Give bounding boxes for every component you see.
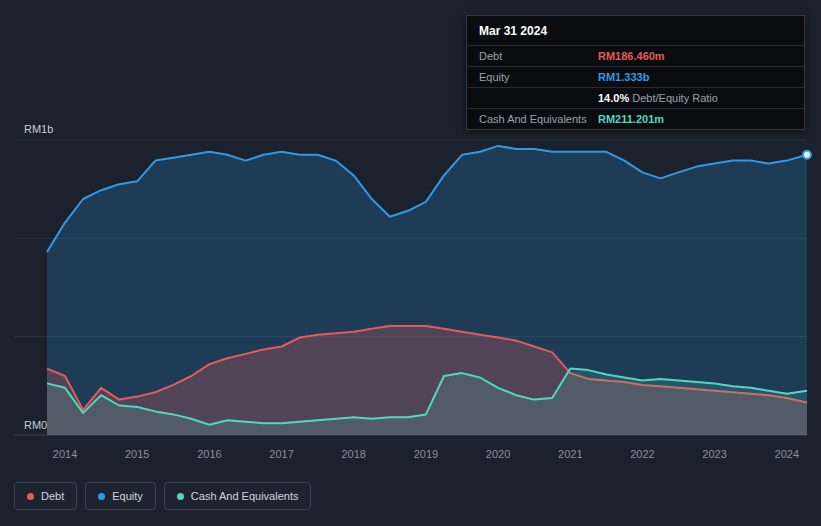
tooltip-cash-value: RM211.201m [598,113,792,125]
equity-dot-icon [98,493,105,500]
legend-item-equity[interactable]: Equity [85,482,156,510]
x-tick-label: 2015 [125,449,149,460]
tooltip-row-cash: Cash And Equivalents RM211.201m [467,108,804,129]
x-tick-label: 2021 [558,449,582,460]
tooltip-ratio-percent: 14.0% [598,92,629,104]
x-tick-label: 2019 [414,449,438,460]
legend-cash-label: Cash And Equivalents [191,490,299,502]
tooltip-debt-value: RM186.460m [598,50,792,62]
x-tick-label: 2020 [486,449,510,460]
y-axis-label-min: RM0 [24,420,47,431]
series-end-marker [803,151,811,159]
hover-tooltip: Mar 31 2024 Debt RM186.460m Equity RM1.3… [466,15,805,130]
legend-equity-label: Equity [112,490,143,502]
cash-dot-icon [177,493,184,500]
legend-item-cash[interactable]: Cash And Equivalents [164,482,312,510]
debt-equity-history-chart: RM1b RM0 2014201520162017201820192020202… [0,0,821,526]
tooltip-ratio-label: Debt/Equity Ratio [632,92,718,104]
debt-dot-icon [27,493,34,500]
x-tick-label: 2016 [197,449,221,460]
x-tick-label: 2022 [630,449,654,460]
x-tick-label: 2023 [702,449,726,460]
x-tick-label: 2017 [269,449,293,460]
tooltip-equity-label: Equity [479,71,598,83]
x-tick-label: 2014 [53,449,77,460]
tooltip-ratio-value: 14.0% Debt/Equity Ratio [598,92,792,104]
legend-debt-label: Debt [41,490,64,502]
tooltip-row-ratio: 14.0% Debt/Equity Ratio [467,87,804,108]
tooltip-debt-label: Debt [479,50,598,62]
legend-item-debt[interactable]: Debt [14,482,77,510]
tooltip-equity-value: RM1.333b [598,71,792,83]
y-axis-label-max: RM1b [24,124,53,135]
x-tick-label: 2018 [341,449,365,460]
tooltip-row-equity: Equity RM1.333b [467,66,804,87]
tooltip-date: Mar 31 2024 [467,16,804,45]
tooltip-row-debt: Debt RM186.460m [467,45,804,66]
chart-legend: Debt Equity Cash And Equivalents [14,482,311,510]
tooltip-cash-label: Cash And Equivalents [479,113,598,125]
x-tick-label: 2024 [775,449,799,460]
